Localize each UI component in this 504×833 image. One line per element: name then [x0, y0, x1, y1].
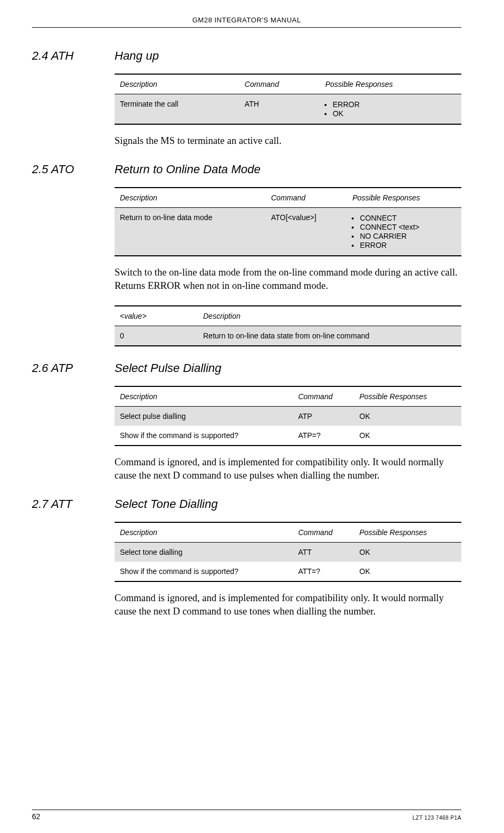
response-item: ERROR: [332, 100, 457, 109]
table-row: Return to on-line data mode ATO[<value>]…: [115, 207, 461, 256]
col-command: Command: [293, 522, 354, 543]
table-row: Select pulse dialling ATP OK: [115, 406, 461, 426]
value-table: <value> Description 0 Return to on-line …: [115, 305, 461, 346]
col-responses: Possible Responses: [354, 522, 462, 543]
cell-value-desc: Return to on-line data state from on-lin…: [198, 326, 461, 346]
cell-description: Select pulse dialling: [115, 406, 293, 426]
cell-description: Show if the command is supported?: [115, 562, 293, 581]
cell-command: ATO[<value>]: [266, 207, 347, 256]
cell-responses: OK: [354, 406, 462, 426]
section-title: Select Pulse Dialling: [115, 361, 222, 375]
table-header-row: Description Command Possible Responses: [115, 74, 461, 94]
section-heading: 2.7 ATT Select Tone Dialling: [32, 497, 461, 511]
table-header-row: Description Command Possible Responses: [115, 522, 461, 543]
response-item: CONNECT: [360, 214, 457, 222]
cell-description: Terminate the call: [115, 94, 239, 125]
command-table: Description Command Possible Responses S…: [115, 386, 461, 446]
cell-responses: ERROR OK: [320, 94, 461, 125]
response-item: OK: [332, 109, 457, 118]
page-footer: 62 LZT 123 7468 P1A: [32, 810, 461, 821]
section-number: 2.4 ATH: [32, 49, 115, 63]
col-command: Command: [239, 74, 320, 94]
section-paragraph: Command is ignored, and is implemented f…: [115, 592, 461, 618]
table-header-row: <value> Description: [115, 306, 461, 326]
section-heading: 2.5 ATO Return to Online Data Mode: [32, 163, 461, 176]
section-content: Description Command Possible Responses T…: [115, 74, 461, 148]
table-row: 0 Return to on-line data state from on-l…: [115, 326, 461, 346]
command-table: Description Command Possible Responses S…: [115, 522, 461, 582]
cell-command: ATP=?: [293, 426, 354, 446]
col-description: Description: [115, 522, 293, 543]
section-paragraph: Switch to the on-line data mode from the…: [115, 266, 461, 293]
response-item: CONNECT <text>: [360, 223, 457, 231]
table-row: Terminate the call ATH ERROR OK: [115, 94, 461, 125]
section-number: 2.5 ATO: [32, 163, 115, 176]
cell-description: Select tone dialling: [115, 542, 293, 562]
page-number: 62: [32, 812, 40, 821]
cell-responses: OK: [354, 542, 462, 562]
response-item: ERROR: [360, 241, 457, 249]
col-description: Description: [115, 188, 266, 208]
section-content: Description Command Possible Responses S…: [115, 522, 461, 618]
cell-responses: OK: [354, 426, 462, 446]
cell-command: ATP: [293, 406, 354, 426]
table-header-row: Description Command Possible Responses: [115, 386, 461, 407]
section-number: 2.6 ATP: [32, 361, 115, 375]
col-command: Command: [266, 188, 347, 208]
col-command: Command: [293, 386, 354, 407]
section-content: Description Command Possible Responses R…: [115, 187, 461, 346]
section-heading: 2.4 ATH Hang up: [32, 49, 461, 63]
section-paragraph: Signals the MS to terminate an active ca…: [115, 134, 461, 148]
page: GM28 INTEGRATOR'S MANUAL 2.4 ATH Hang up…: [0, 0, 504, 831]
cell-responses: CONNECT CONNECT <text> NO CARRIER ERROR: [347, 207, 461, 256]
section-title: Select Tone Dialling: [115, 497, 218, 511]
cell-description: Return to on-line data mode: [115, 207, 266, 256]
col-description: Description: [115, 74, 239, 94]
cell-responses: OK: [354, 562, 462, 581]
col-responses: Possible Responses: [347, 188, 461, 208]
command-table: Description Command Possible Responses T…: [115, 74, 461, 125]
col-responses: Possible Responses: [354, 386, 462, 407]
section-title: Return to Online Data Mode: [115, 163, 261, 176]
col-value: <value>: [115, 306, 198, 326]
table-row: Select tone dialling ATT OK: [115, 542, 461, 562]
response-item: NO CARRIER: [360, 232, 457, 240]
section-heading: 2.6 ATP Select Pulse Dialling: [32, 361, 461, 375]
section-paragraph: Command is ignored, and is implemented f…: [115, 456, 461, 482]
col-responses: Possible Responses: [320, 74, 461, 94]
table-header-row: Description Command Possible Responses: [115, 188, 461, 208]
section-content: Description Command Possible Responses S…: [115, 386, 461, 482]
running-header: GM28 INTEGRATOR'S MANUAL: [32, 16, 461, 28]
cell-command: ATH: [239, 94, 320, 125]
cell-description: Show if the command is supported?: [115, 426, 293, 446]
cell-value: 0: [115, 326, 198, 346]
command-table: Description Command Possible Responses R…: [115, 187, 461, 256]
section-title: Hang up: [115, 49, 159, 63]
cell-command: ATT: [293, 542, 354, 562]
section-number: 2.7 ATT: [32, 497, 115, 511]
cell-command: ATT=?: [293, 562, 354, 581]
document-number: LZT 123 7468 P1A: [412, 815, 461, 821]
table-row: Show if the command is supported? ATP=? …: [115, 426, 461, 446]
col-description: Description: [115, 386, 293, 407]
col-value-desc: Description: [198, 306, 461, 326]
table-row: Show if the command is supported? ATT=? …: [115, 562, 461, 581]
